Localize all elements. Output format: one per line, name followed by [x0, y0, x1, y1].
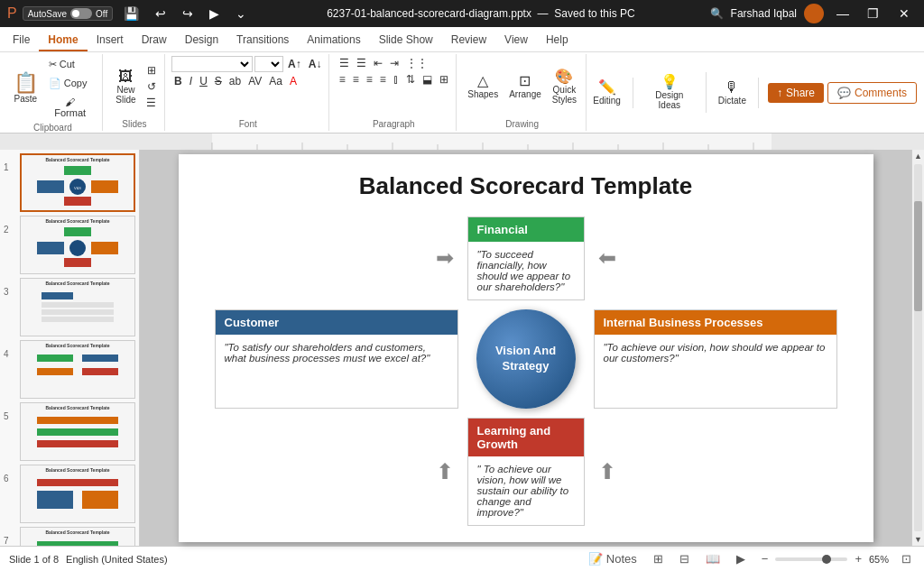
font-size-select[interactable]: [254, 56, 283, 72]
new-slide-button[interactable]: 🖼 NewSlide: [109, 67, 142, 107]
slide-preview-3[interactable]: Balanced Scorecard Template: [20, 278, 135, 336]
presentation-view-button[interactable]: ▶: [733, 550, 749, 567]
tab-review[interactable]: Review: [442, 30, 495, 51]
scroll-down-button[interactable]: ▼: [912, 533, 924, 546]
tab-help[interactable]: Help: [537, 30, 578, 51]
align-right-button[interactable]: ≡: [364, 72, 375, 87]
arrange-button[interactable]: ⊡ Arrange: [504, 71, 546, 102]
tab-draw[interactable]: Draw: [133, 30, 176, 51]
minimize-button[interactable]: —: [831, 5, 855, 23]
financial-box[interactable]: Financial "To succeed financially, how s…: [467, 216, 585, 300]
present-button[interactable]: ▶: [204, 5, 225, 23]
customer-box[interactable]: Customer "To satisfy our shareholders an…: [215, 309, 458, 409]
strikethrough-button[interactable]: S: [212, 74, 225, 88]
zoom-in-button[interactable]: +: [851, 550, 865, 567]
fit-slide-button[interactable]: ⊡: [898, 550, 915, 567]
slides-panel[interactable]: 1 Balanced Scorecard Template V&S: [0, 150, 140, 546]
underline-button[interactable]: U: [197, 74, 210, 88]
tab-slideshow[interactable]: Slide Show: [370, 30, 442, 51]
slide-sorter-button[interactable]: ⊟: [676, 550, 693, 567]
decrease-font-button[interactable]: A↓: [306, 57, 325, 71]
slide-preview-7[interactable]: Balanced Scorecard Template: [20, 527, 135, 546]
cut-button[interactable]: ✂ Cut: [44, 56, 97, 73]
scroll-up-button[interactable]: ▲: [912, 150, 924, 162]
design-ideas-button[interactable]: 💡 Design Ideas: [641, 72, 698, 113]
tab-animations[interactable]: Animations: [298, 30, 369, 51]
zoom-slider[interactable]: [775, 557, 847, 561]
slide-thumb-6[interactable]: 6 Balanced Scorecard Template: [4, 465, 135, 523]
font-color-button[interactable]: A: [287, 74, 300, 88]
slide-thumb-7[interactable]: 7 Balanced Scorecard Template: [4, 527, 135, 546]
slide-thumb-3[interactable]: 3 Balanced Scorecard Template: [4, 278, 135, 336]
reading-view-button[interactable]: 📖: [702, 550, 724, 567]
slide-preview-2[interactable]: Balanced Scorecard Template: [20, 216, 135, 274]
canvas-area[interactable]: Balanced Scorecard Template Financial "T…: [140, 150, 911, 546]
restore-button[interactable]: ❐: [862, 5, 884, 23]
decrease-indent-button[interactable]: ⇤: [371, 56, 385, 70]
scroll-track[interactable]: [914, 164, 922, 531]
align-center-button[interactable]: ≡: [350, 72, 362, 87]
format-painter-button[interactable]: 🖌 Format: [44, 94, 97, 121]
slide-canvas[interactable]: Balanced Scorecard Template Financial "T…: [179, 154, 873, 542]
tab-insert[interactable]: Insert: [88, 30, 133, 51]
text-direction-button[interactable]: ⇅: [403, 72, 418, 87]
smartart-button[interactable]: ⋮⋮: [403, 56, 430, 70]
layout-button[interactable]: ⊞: [143, 63, 159, 78]
tab-file[interactable]: File: [4, 30, 39, 51]
customize-button[interactable]: ⌄: [230, 5, 252, 23]
ribbon-group-paragraph: ☰ ☰ ⇤ ⇥ ⋮⋮ ≡ ≡ ≡ ≡ ⫿ ⇅ ⬓ ⊞ Paragraph: [331, 54, 457, 131]
tab-transitions[interactable]: Transitions: [227, 30, 298, 51]
slide-thumb-2[interactable]: 2 Balanced Scorecard Template: [4, 216, 135, 274]
slide-preview-6[interactable]: Balanced Scorecard Template: [20, 465, 135, 523]
normal-view-button[interactable]: ⊞: [650, 550, 667, 567]
convert-smartart-button[interactable]: ⊞: [437, 72, 451, 87]
increase-indent-button[interactable]: ⇥: [387, 56, 402, 70]
align-text-button[interactable]: ⬓: [420, 72, 435, 87]
autosave-badge[interactable]: AutoSave Off: [23, 6, 114, 21]
copy-button[interactable]: 📄 Copy: [44, 75, 97, 92]
slide-thumb-5[interactable]: 5 Balanced Scorecard Template: [4, 402, 135, 461]
shapes-button[interactable]: △ Shapes: [463, 71, 503, 102]
tab-home[interactable]: Home: [39, 30, 87, 51]
bold-button[interactable]: B: [171, 74, 185, 88]
slide-preview-5[interactable]: Balanced Scorecard Template: [20, 402, 135, 461]
section-button[interactable]: ☰: [143, 96, 159, 110]
paste-button[interactable]: 📋 Paste: [9, 70, 42, 106]
italic-button[interactable]: I: [187, 74, 195, 88]
search-icon[interactable]: 🔍: [710, 7, 724, 20]
comments-button[interactable]: 💬 Comments: [827, 82, 917, 104]
change-case-button[interactable]: Aa: [266, 74, 285, 88]
slide-thumb-1[interactable]: 1 Balanced Scorecard Template V&S: [4, 153, 135, 212]
close-button[interactable]: ✕: [892, 5, 917, 23]
vertical-scrollbar[interactable]: ▲ ▼: [911, 150, 924, 546]
internal-box[interactable]: Internal Business Processes "To achieve …: [594, 309, 837, 409]
bullets-button[interactable]: ☰: [337, 56, 352, 70]
font-name-select[interactable]: [171, 56, 253, 72]
redo-button[interactable]: ↪: [177, 5, 199, 23]
justify-button[interactable]: ≡: [377, 72, 389, 87]
editing-button[interactable]: ✏️ Editing: [588, 78, 625, 108]
increase-font-button[interactable]: A↑: [285, 57, 304, 71]
numbering-button[interactable]: ☰: [354, 56, 369, 70]
slide-preview-1[interactable]: Balanced Scorecard Template V&S: [20, 153, 135, 212]
scroll-thumb[interactable]: [914, 201, 922, 311]
share-button[interactable]: ↑ Share: [768, 83, 824, 103]
align-left-button[interactable]: ≡: [337, 72, 348, 87]
zoom-out-button[interactable]: −: [758, 550, 772, 567]
learning-box[interactable]: Learning and Growth " To achieve our vis…: [467, 418, 585, 526]
undo-button[interactable]: ↩: [150, 5, 171, 23]
character-spacing-button[interactable]: AV: [245, 74, 264, 88]
tab-design[interactable]: Design: [176, 30, 227, 51]
slide-preview-4[interactable]: Balanced Scorecard Template: [20, 340, 135, 399]
columns-button[interactable]: ⫿: [391, 72, 402, 87]
shadow-button[interactable]: ab: [226, 74, 244, 88]
reset-button[interactable]: ↺: [143, 79, 159, 94]
slide-thumb-4[interactable]: 4 Balanced Scorecard Template: [4, 340, 135, 399]
notes-button[interactable]: 📝 Notes: [585, 550, 641, 567]
autosave-toggle[interactable]: [70, 8, 92, 19]
tab-view[interactable]: View: [495, 30, 537, 51]
dictate-button[interactable]: 🎙 Dictate: [714, 78, 751, 108]
paragraph-label: Paragraph: [373, 117, 415, 129]
quick-styles-button[interactable]: 🎨 QuickStyles: [548, 67, 581, 107]
save-button[interactable]: 💾: [118, 5, 144, 23]
